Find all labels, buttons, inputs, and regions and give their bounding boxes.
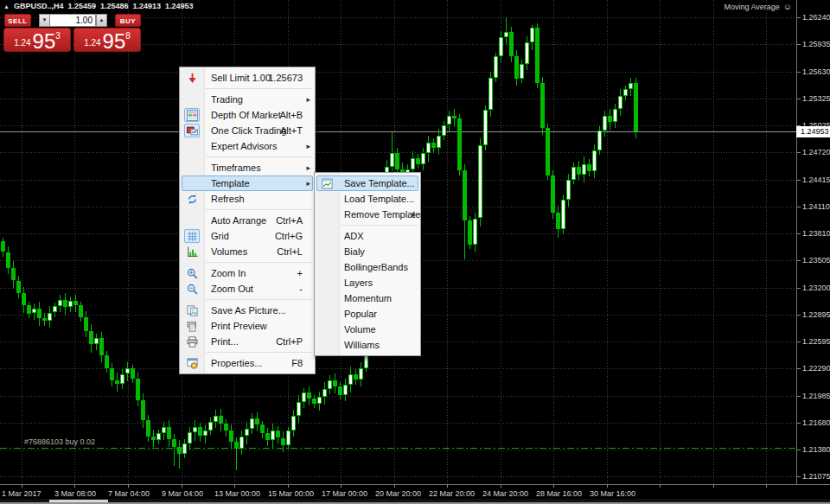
buy-price-big: 95 [103, 32, 126, 51]
chart-title-bar: ▲ GBPUSD..,H4 1.25459 1.25486 1.24913 1.… [3, 2, 198, 10]
menu-item-shortcut: Ctrl+L [277, 244, 303, 259]
volume-increment-button[interactable]: ▲ [96, 14, 107, 27]
menu-item-print[interactable]: Print...Ctrl+P [180, 334, 315, 349]
buy-price-prefix: 1.24 [84, 38, 100, 48]
candle-body [608, 116, 612, 122]
price-tick [797, 72, 801, 73]
menu-item-trading[interactable]: Trading▸ [180, 92, 315, 107]
menu-item-properties[interactable]: Properties...F8 [180, 355, 315, 371]
candle-body [390, 153, 394, 166]
candle-wick [179, 440, 180, 469]
price-tick-label: 1.21075 [802, 473, 830, 481]
menu-item-volumes[interactable]: VolumesCtrl+L [180, 244, 315, 259]
chart-context-menu: Sell Limit 1.001.25673Trading▸Depth Of M… [179, 67, 316, 374]
time-tick [128, 485, 129, 488]
price-tick [797, 233, 801, 234]
menu-item-remove-template[interactable]: Remove Template▸ [315, 207, 420, 222]
menu-item-auto-arrange[interactable]: Auto ArrangeCtrl+A [180, 213, 315, 228]
menu-item-layers[interactable]: Layers [315, 275, 420, 290]
menu-item-bialy[interactable]: Bialy [315, 244, 420, 259]
v-gridline [447, 0, 448, 484]
menu-item-expert-advisors[interactable]: Expert Advisors▸ [180, 138, 315, 154]
menu-item-save-template[interactable]: Save Template... [315, 175, 420, 191]
candle-body [452, 116, 456, 118]
menu-item-shortcut: + [297, 265, 303, 281]
volume-input[interactable] [49, 14, 96, 27]
candle-body [281, 438, 285, 445]
volumes-icon [184, 245, 200, 258]
candle-body [63, 300, 67, 307]
menu-item-label: BollingerBands [344, 259, 408, 275]
menu-item-label: Load Template... [344, 191, 414, 207]
menu-item-momentum[interactable]: Momentum [315, 290, 420, 306]
h-gridline [0, 423, 796, 424]
candle-body [265, 433, 270, 439]
sell-price-big: 95 [33, 32, 56, 51]
menu-item-grid[interactable]: GridCtrl+G [180, 228, 315, 244]
candle-body [151, 437, 156, 440]
candle-body [317, 397, 322, 404]
submenu-arrow-icon: ▸ [306, 175, 310, 191]
price-axis[interactable]: 1.262401.259351.256301.253251.250251.247… [796, 0, 830, 484]
candle-body [509, 32, 514, 57]
horizontal-scrollbar-thumb[interactable] [49, 500, 108, 502]
print-preview-icon [184, 319, 200, 333]
menu-item-bollingerbands[interactable]: BollingerBands [315, 259, 420, 275]
menu-item-popular[interactable]: Popular [315, 306, 420, 322]
menu-item-print-preview[interactable]: Print Preview [180, 318, 315, 334]
time-axis[interactable]: 1 Mar 20173 Mar 08:007 Mar 04:009 Mar 04… [0, 484, 830, 499]
candle-body [613, 109, 617, 122]
price-tick-label: 1.22290 [802, 365, 830, 373]
v-gridline [660, 0, 661, 484]
sell-button[interactable]: SELL [4, 14, 31, 27]
candle-body [260, 424, 265, 433]
submenu-arrow-icon: ▸ [306, 138, 310, 154]
menu-item-template[interactable]: Template▸ [180, 175, 315, 191]
menu-item-williams[interactable]: Williams [315, 337, 420, 353]
expert-advisor-label: Moving Average☺ [657, 2, 792, 11]
submenu-arrow-icon: ▸ [306, 92, 310, 107]
candle-body [634, 83, 638, 131]
candle-body [79, 305, 83, 316]
menu-item-refresh[interactable]: Refresh [180, 191, 315, 207]
menu-item-depth-of-market[interactable]: Depth Of MarketAlt+B [180, 107, 315, 123]
menu-item-label: Depth Of Market [211, 107, 281, 123]
candle-body [359, 368, 363, 379]
candle-body [68, 301, 73, 307]
price-tick [797, 180, 801, 181]
menu-item-adx[interactable]: ADX [315, 228, 420, 244]
menu-item-zoom-out[interactable]: Zoom Out- [180, 281, 315, 297]
candle-body [22, 293, 26, 305]
h-gridline [0, 125, 796, 126]
buy-button[interactable]: BUY [115, 14, 141, 27]
sell-price-button[interactable]: 1.24 95 3 [3, 28, 71, 52]
current-price-box: 1.24953 [796, 126, 830, 137]
menu-item-shortcut: Ctrl+A [276, 213, 303, 228]
collapse-arrow-icon[interactable]: ▲ [3, 3, 10, 10]
menu-item-save-as-picture[interactable]: Save As Picture... [180, 303, 315, 318]
menu-item-sell-limit-1-00[interactable]: Sell Limit 1.001.25673 [180, 70, 315, 86]
menu-item-load-template[interactable]: Load Template... [315, 191, 420, 207]
candle-body [291, 416, 296, 431]
price-tick [797, 99, 801, 99]
v-gridline [766, 0, 767, 484]
time-tick [607, 485, 608, 488]
candle-body [437, 136, 441, 148]
zoom-out-icon [184, 282, 200, 296]
v-gridline [74, 0, 75, 484]
menu-item-one-click-trading[interactable]: One Click TradingAlt+T [180, 123, 315, 138]
submenu-arrow-icon: ▸ [306, 160, 310, 175]
menu-item-zoom-in[interactable]: Zoom In+ [180, 265, 315, 281]
menu-item-timeframes[interactable]: Timeframes▸ [180, 160, 315, 175]
symbol-period-label: GBPUSD..,H4 [14, 2, 64, 10]
candle-body [1, 241, 5, 252]
candle-body [499, 37, 503, 57]
menu-item-label: One Click Trading [211, 123, 286, 138]
candle-body [561, 200, 565, 229]
price-tick-label: 1.23810 [802, 230, 830, 238]
candle-body [582, 164, 586, 175]
time-tick [341, 485, 342, 488]
candle-body [312, 399, 316, 404]
menu-item-volume[interactable]: Volume [315, 322, 420, 337]
buy-price-button[interactable]: 1.24 95 8 [73, 28, 141, 52]
